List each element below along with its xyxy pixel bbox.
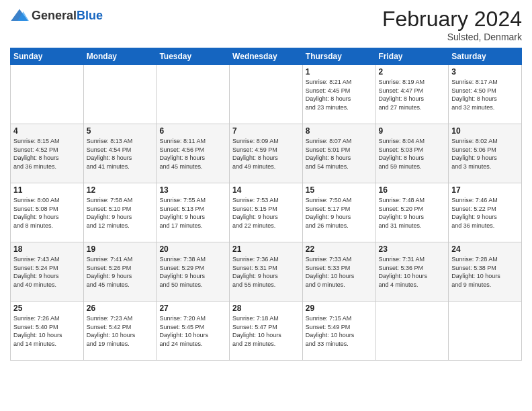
- week-row-1: 1Sunrise: 8:21 AMSunset: 4:45 PMDaylight…: [11, 65, 522, 124]
- day-number: 10: [451, 126, 519, 136]
- day-cell: 8Sunrise: 8:07 AMSunset: 5:01 PMDaylight…: [302, 124, 375, 183]
- day-number: 6: [159, 126, 226, 136]
- day-cell: 17Sunrise: 7:46 AMSunset: 5:22 PMDayligh…: [449, 183, 522, 242]
- calendar-header-row: SundayMondayTuesdayWednesdayThursdayFrid…: [11, 48, 522, 65]
- day-cell: 26Sunrise: 7:23 AMSunset: 5:42 PMDayligh…: [83, 302, 157, 361]
- day-cell: [230, 65, 303, 124]
- day-number: 2: [379, 67, 446, 77]
- day-number: 9: [379, 126, 446, 136]
- day-cell: 16Sunrise: 7:48 AMSunset: 5:20 PMDayligh…: [375, 183, 449, 242]
- day-number: 23: [379, 244, 446, 254]
- day-cell: 22Sunrise: 7:33 AMSunset: 5:33 PMDayligh…: [302, 242, 375, 302]
- day-cell: 24Sunrise: 7:28 AMSunset: 5:38 PMDayligh…: [449, 242, 522, 302]
- day-number: 26: [87, 304, 154, 313]
- day-cell: 6Sunrise: 8:11 AMSunset: 4:56 PMDaylight…: [157, 124, 230, 183]
- month-title: February 2024: [382, 7, 522, 32]
- day-header-monday: Monday: [83, 48, 157, 65]
- logo: GeneralBlue: [10, 7, 103, 26]
- day-info: Sunrise: 8:17 AMSunset: 4:50 PMDaylight:…: [451, 78, 519, 111]
- day-header-sunday: Sunday: [11, 48, 84, 65]
- day-info: Sunrise: 7:18 AMSunset: 5:47 PMDaylight:…: [232, 314, 300, 348]
- day-info: Sunrise: 8:15 AMSunset: 4:52 PMDaylight:…: [13, 137, 81, 171]
- logo-text: GeneralBlue: [32, 9, 103, 23]
- day-cell: [83, 65, 157, 124]
- day-header-friday: Friday: [375, 48, 449, 65]
- calendar-table: SundayMondayTuesdayWednesdayThursdayFrid…: [10, 48, 522, 361]
- day-cell: 25Sunrise: 7:26 AMSunset: 5:40 PMDayligh…: [11, 302, 84, 361]
- day-number: 19: [87, 244, 154, 254]
- day-info: Sunrise: 7:55 AMSunset: 5:13 PMDaylight:…: [159, 196, 226, 230]
- day-number: 1: [306, 67, 373, 77]
- day-number: 27: [159, 304, 226, 313]
- day-cell: 5Sunrise: 8:13 AMSunset: 4:54 PMDaylight…: [83, 124, 157, 183]
- day-number: 17: [451, 185, 519, 195]
- week-row-4: 18Sunrise: 7:43 AMSunset: 5:24 PMDayligh…: [11, 242, 522, 302]
- day-info: Sunrise: 7:26 AMSunset: 5:40 PMDaylight:…: [13, 314, 81, 348]
- day-number: 18: [13, 244, 81, 254]
- day-number: 25: [13, 304, 81, 313]
- day-cell: [449, 302, 522, 361]
- day-info: Sunrise: 8:07 AMSunset: 5:01 PMDaylight:…: [306, 137, 373, 171]
- day-info: Sunrise: 7:41 AMSunset: 5:26 PMDaylight:…: [87, 255, 154, 289]
- day-number: 24: [451, 244, 519, 254]
- day-info: Sunrise: 7:38 AMSunset: 5:29 PMDaylight:…: [159, 255, 226, 289]
- location: Sulsted, Denmark: [382, 32, 522, 42]
- day-number: 29: [306, 304, 373, 313]
- day-info: Sunrise: 8:21 AMSunset: 4:45 PMDaylight:…: [306, 78, 373, 111]
- day-info: Sunrise: 7:31 AMSunset: 5:36 PMDaylight:…: [379, 255, 446, 289]
- day-info: Sunrise: 7:36 AMSunset: 5:31 PMDaylight:…: [232, 255, 300, 289]
- day-cell: 20Sunrise: 7:38 AMSunset: 5:29 PMDayligh…: [157, 242, 230, 302]
- day-cell: 3Sunrise: 8:17 AMSunset: 4:50 PMDaylight…: [449, 65, 522, 124]
- day-cell: [11, 65, 84, 124]
- day-header-tuesday: Tuesday: [157, 48, 230, 65]
- day-cell: 2Sunrise: 8:19 AMSunset: 4:47 PMDaylight…: [375, 65, 449, 124]
- title-block: February 2024 Sulsted, Denmark: [382, 7, 522, 42]
- day-number: 20: [159, 244, 226, 254]
- day-header-saturday: Saturday: [449, 48, 522, 65]
- day-info: Sunrise: 7:50 AMSunset: 5:17 PMDaylight:…: [306, 196, 373, 230]
- week-row-2: 4Sunrise: 8:15 AMSunset: 4:52 PMDaylight…: [11, 124, 522, 183]
- day-info: Sunrise: 7:23 AMSunset: 5:42 PMDaylight:…: [87, 314, 154, 348]
- logo-blue: Blue: [77, 9, 103, 22]
- day-cell: [157, 65, 230, 124]
- day-info: Sunrise: 7:43 AMSunset: 5:24 PMDaylight:…: [13, 255, 81, 289]
- day-number: 8: [306, 126, 373, 136]
- logo-general: General: [32, 9, 77, 22]
- day-cell: 28Sunrise: 7:18 AMSunset: 5:47 PMDayligh…: [230, 302, 303, 361]
- day-cell: 1Sunrise: 8:21 AMSunset: 4:45 PMDaylight…: [302, 65, 375, 124]
- day-cell: 11Sunrise: 8:00 AMSunset: 5:08 PMDayligh…: [11, 183, 84, 242]
- day-info: Sunrise: 8:11 AMSunset: 4:56 PMDaylight:…: [159, 137, 226, 171]
- day-cell: 18Sunrise: 7:43 AMSunset: 5:24 PMDayligh…: [11, 242, 84, 302]
- day-number: 7: [232, 126, 300, 136]
- day-info: Sunrise: 8:19 AMSunset: 4:47 PMDaylight:…: [379, 78, 446, 111]
- week-row-5: 25Sunrise: 7:26 AMSunset: 5:40 PMDayligh…: [11, 302, 522, 361]
- day-header-wednesday: Wednesday: [230, 48, 303, 65]
- day-cell: 21Sunrise: 7:36 AMSunset: 5:31 PMDayligh…: [230, 242, 303, 302]
- day-cell: 14Sunrise: 7:53 AMSunset: 5:15 PMDayligh…: [230, 183, 303, 242]
- day-info: Sunrise: 8:04 AMSunset: 5:03 PMDaylight:…: [379, 137, 446, 171]
- day-number: 21: [232, 244, 300, 254]
- day-cell: 15Sunrise: 7:50 AMSunset: 5:17 PMDayligh…: [302, 183, 375, 242]
- day-number: 16: [379, 185, 446, 195]
- day-number: 28: [232, 304, 300, 313]
- day-cell: 7Sunrise: 8:09 AMSunset: 4:59 PMDaylight…: [230, 124, 303, 183]
- day-number: 15: [306, 185, 373, 195]
- day-info: Sunrise: 7:48 AMSunset: 5:20 PMDaylight:…: [379, 196, 446, 230]
- day-info: Sunrise: 8:13 AMSunset: 4:54 PMDaylight:…: [87, 137, 154, 171]
- day-info: Sunrise: 7:53 AMSunset: 5:15 PMDaylight:…: [232, 196, 300, 230]
- day-cell: 9Sunrise: 8:04 AMSunset: 5:03 PMDaylight…: [375, 124, 449, 183]
- day-cell: 4Sunrise: 8:15 AMSunset: 4:52 PMDaylight…: [11, 124, 84, 183]
- day-number: 11: [13, 185, 81, 195]
- day-number: 4: [13, 126, 81, 136]
- day-number: 5: [87, 126, 154, 136]
- day-number: 14: [232, 185, 300, 195]
- day-info: Sunrise: 7:46 AMSunset: 5:22 PMDaylight:…: [451, 196, 519, 230]
- day-info: Sunrise: 7:20 AMSunset: 5:45 PMDaylight:…: [159, 314, 226, 348]
- day-number: 13: [159, 185, 226, 195]
- day-info: Sunrise: 8:02 AMSunset: 5:06 PMDaylight:…: [451, 137, 519, 171]
- logo-icon: [10, 7, 29, 26]
- day-number: 12: [87, 185, 154, 195]
- day-cell: 10Sunrise: 8:02 AMSunset: 5:06 PMDayligh…: [449, 124, 522, 183]
- day-cell: 12Sunrise: 7:58 AMSunset: 5:10 PMDayligh…: [83, 183, 157, 242]
- day-cell: 13Sunrise: 7:55 AMSunset: 5:13 PMDayligh…: [157, 183, 230, 242]
